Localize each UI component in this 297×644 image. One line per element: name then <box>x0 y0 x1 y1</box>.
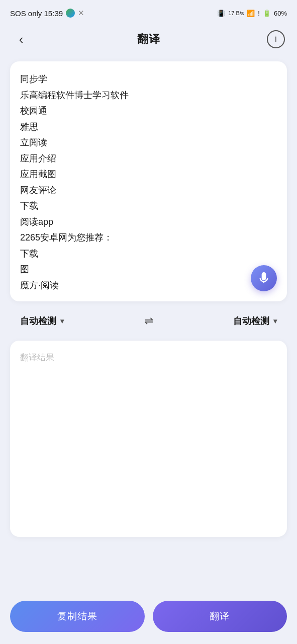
status-bar: SOS only 15:39 ✕ 📳 17 B/s 📶 ! 🔋 60% <box>0 0 297 25</box>
info-icon: i <box>275 34 277 44</box>
status-left: SOS only 15:39 ✕ <box>10 9 84 18</box>
header: ‹ 翻译 i <box>0 25 297 56</box>
x-icon: ✕ <box>78 9 84 18</box>
input-card: 同步学 乐高编程软件博士学习软件 校园通 雅思 立阅读 应用介绍 应用截图 网友… <box>10 61 287 301</box>
source-lang-chevron-icon: ▾ <box>60 317 64 325</box>
status-right: 📳 17 B/s 📶 ! 🔋 60% <box>217 10 287 17</box>
mic-icon <box>257 272 270 285</box>
battery-percent: 60% <box>274 10 287 17</box>
target-lang-label: 自动检测 <box>233 315 269 327</box>
page-title: 翻译 <box>137 32 160 47</box>
swap-icon: ⇌ <box>144 314 153 327</box>
mic-button[interactable] <box>251 265 277 291</box>
copy-button[interactable]: 复制结果 <box>10 601 145 632</box>
signal-icon: ! <box>258 10 260 17</box>
wifi-icon: 📶 <box>247 10 255 17</box>
translate-button[interactable]: 翻译 <box>153 601 287 632</box>
bottom-buttons: 复制结果 翻译 <box>0 594 297 644</box>
network-speed: 17 B/s <box>228 10 244 16</box>
swap-button[interactable]: ⇌ <box>144 314 153 328</box>
info-button[interactable]: i <box>267 30 285 48</box>
target-lang-chevron-icon: ▾ <box>273 317 277 325</box>
result-card: 翻译结果 <box>10 341 287 537</box>
language-row: 自动检测 ▾ ⇌ 自动检测 ▾ <box>0 301 297 341</box>
back-button[interactable]: ‹ <box>12 32 30 47</box>
target-lang-selector[interactable]: 自动检测 ▾ <box>233 315 277 327</box>
source-lang-selector[interactable]: 自动检测 ▾ <box>20 315 64 327</box>
result-placeholder: 翻译结果 <box>20 352 277 363</box>
status-text: SOS only 15:39 <box>10 9 63 18</box>
input-text[interactable]: 同步学 乐高编程软件博士学习软件 校园通 雅思 立阅读 应用介绍 应用截图 网友… <box>20 71 277 293</box>
battery-icon: 🔋 <box>263 10 271 17</box>
g-icon <box>66 9 75 18</box>
source-lang-label: 自动检测 <box>20 315 56 327</box>
vibrate-icon: 📳 <box>217 10 225 17</box>
